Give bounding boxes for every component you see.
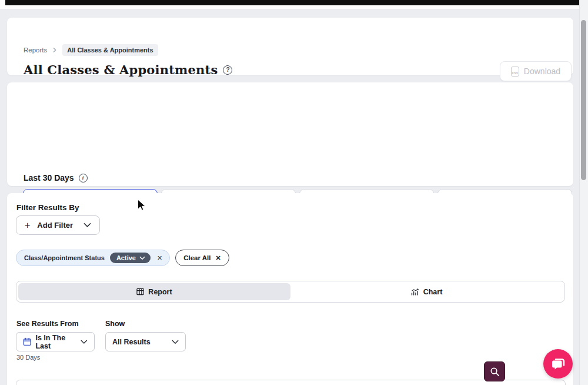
filter-section-title: Filter Results By	[16, 203, 79, 212]
header-panel: Reports All Classes & Appointments All C…	[7, 18, 573, 75]
summary-section-title: Last 30 Days	[24, 173, 74, 182]
chevron-down-icon	[83, 223, 91, 228]
summary-panel: Last 30 Days i 227 Number of sessions ru…	[7, 82, 573, 186]
add-filter-label: Add Filter	[37, 221, 73, 230]
close-icon: ✕	[215, 254, 220, 262]
chat-launcher-button[interactable]	[543, 349, 573, 379]
scrollbar-thumb[interactable]	[581, 20, 586, 180]
view-toggle: Report Chart	[16, 281, 565, 303]
breadcrumb: Reports All Classes & Appointments	[24, 44, 158, 56]
mouse-cursor	[137, 199, 146, 214]
date-range-caption: 30 Days	[16, 354, 40, 361]
csv-file-icon: CSV	[511, 67, 519, 77]
chart-icon	[411, 288, 419, 296]
results-table-top-edge	[16, 380, 566, 385]
chat-bubble-icon	[550, 356, 566, 372]
remove-filter-icon[interactable]: ✕	[156, 254, 163, 262]
top-black-bar	[5, 0, 580, 5]
chip-label: Class/Appointment Status	[24, 254, 105, 261]
date-range-value: Is In The Last	[35, 334, 81, 350]
active-filters-row: Class/Appointment Status Active ✕ Clear …	[16, 250, 229, 266]
info-icon[interactable]: i	[79, 174, 88, 182]
search-button[interactable]	[484, 361, 505, 381]
chip-value-dropdown[interactable]: Active	[110, 253, 151, 263]
tab-chart[interactable]: Chart	[290, 283, 563, 300]
see-results-from-label: See Results From	[16, 320, 79, 328]
table-icon	[136, 288, 144, 296]
search-icon	[490, 367, 500, 377]
help-icon[interactable]: ?	[223, 65, 232, 75]
page-title: All Classes & Appointments	[24, 62, 218, 77]
show-results-dropdown[interactable]: All Results	[105, 332, 186, 351]
download-label: Download	[524, 67, 560, 76]
show-label: Show	[105, 320, 125, 328]
breadcrumb-reports-link[interactable]: Reports	[24, 47, 47, 54]
chevron-right-icon	[52, 47, 58, 53]
show-results-value: All Results	[112, 338, 151, 346]
scrollbar[interactable]	[579, 0, 588, 385]
clear-all-button[interactable]: Clear All ✕	[175, 250, 229, 266]
download-button[interactable]: CSV Download	[500, 61, 572, 81]
tab-report[interactable]: Report	[18, 283, 290, 300]
add-filter-button[interactable]: + Add Filter	[16, 215, 100, 235]
calendar-icon	[23, 337, 31, 346]
filter-chip-status: Class/Appointment Status Active ✕	[16, 250, 170, 266]
date-range-dropdown[interactable]: Is In The Last	[16, 332, 95, 351]
chevron-down-icon	[139, 256, 145, 260]
chevron-down-icon	[172, 340, 179, 344]
breadcrumb-current: All Classes & Appointments	[62, 44, 158, 56]
plus-icon: +	[25, 220, 30, 231]
chevron-down-icon	[81, 340, 88, 344]
